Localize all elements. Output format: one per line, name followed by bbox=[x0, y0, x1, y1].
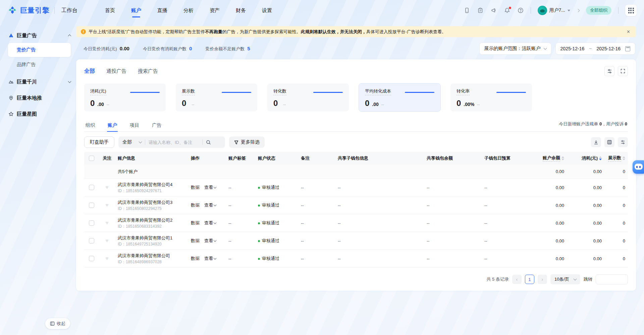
sidebar-group-star[interactable]: 巨量星图 bbox=[8, 107, 71, 121]
nav-account[interactable]: 账户 bbox=[130, 1, 142, 20]
account-tag: -- bbox=[226, 221, 255, 226]
fullscreen-icon[interactable] bbox=[618, 66, 628, 76]
data-link[interactable]: 数据 bbox=[191, 256, 200, 262]
account-name[interactable]: 武汉市青果帅商贸有限公司1 bbox=[118, 235, 185, 241]
row-checkbox[interactable] bbox=[89, 220, 94, 226]
divider bbox=[202, 139, 203, 145]
favorite-heart-icon[interactable]: ♥ bbox=[105, 202, 109, 208]
account-name[interactable]: 武汉市青果帅商贸有限公司4 bbox=[118, 182, 185, 187]
sidebar-collapse-button[interactable]: 收起 bbox=[45, 318, 70, 329]
metric-value: 0 bbox=[90, 99, 95, 108]
megaphone-icon[interactable] bbox=[490, 7, 497, 14]
metric-card-avg-conversion-cost[interactable]: 平均转化成本 0.00-- bbox=[359, 83, 440, 111]
account-name[interactable]: 武汉市青果帅商贸有限公司 bbox=[118, 253, 185, 259]
view-dropdown[interactable]: 查看 bbox=[204, 202, 216, 208]
sort-cost[interactable]: 消耗(元) bbox=[582, 155, 602, 161]
org-badge[interactable]: 全部组织 bbox=[586, 6, 611, 15]
sidebar-group-local[interactable]: 巨量本地推 bbox=[8, 91, 71, 105]
note: -- bbox=[298, 203, 335, 208]
monitor-assistant-button[interactable]: 盯盘助手 bbox=[84, 136, 114, 148]
favorite-heart-icon[interactable]: ♥ bbox=[105, 220, 109, 226]
account-name[interactable]: 武汉市青果帅商贸有限公司3 bbox=[118, 200, 185, 205]
view-dropdown[interactable]: 查看 bbox=[204, 238, 216, 244]
download-icon[interactable] bbox=[591, 137, 601, 147]
more-filters-button[interactable]: 更多筛选 bbox=[229, 136, 265, 148]
search-icon[interactable] bbox=[206, 140, 211, 145]
search-input[interactable] bbox=[149, 140, 199, 145]
data-link[interactable]: 数据 bbox=[191, 238, 200, 244]
account-scope-select[interactable]: 展示的账户范围：活跃账户 bbox=[479, 43, 551, 55]
select-all-checkbox[interactable] bbox=[89, 156, 94, 161]
tab-search-ads[interactable]: 搜索广告 bbox=[138, 68, 158, 74]
metric-card-conversion-rate[interactable]: 转化率 0.00%-- bbox=[450, 83, 532, 111]
metric-card-cost[interactable]: 消耗(元) 0.00-- bbox=[84, 83, 166, 111]
search-type-select[interactable]: 全部 bbox=[122, 139, 142, 145]
columns-icon[interactable] bbox=[604, 137, 614, 147]
metric-card-impressions[interactable]: 展示数 0-- bbox=[176, 83, 257, 111]
next-page-button[interactable]: › bbox=[538, 275, 547, 284]
favorite-heart-icon[interactable]: ♥ bbox=[105, 184, 109, 190]
col-subwallet-daily-budget: 子钱包日预算 bbox=[482, 155, 531, 161]
jump-input[interactable] bbox=[596, 274, 628, 284]
device-icon[interactable] bbox=[464, 7, 470, 14]
date-range-picker[interactable]: 2025-12-16 ~ 2025-12-16 bbox=[555, 43, 635, 55]
shared-subwallet-info: -- bbox=[335, 203, 424, 208]
assistant-mascot[interactable] bbox=[633, 160, 644, 176]
metric-settings-button[interactable] bbox=[604, 66, 614, 76]
nav-finance[interactable]: 财务 bbox=[235, 1, 247, 20]
nav-live[interactable]: 直播 bbox=[157, 1, 168, 20]
sidebar-group-qianchuan[interactable]: 巨量千川 bbox=[8, 75, 71, 89]
favorite-heart-icon[interactable]: ♥ bbox=[105, 238, 109, 244]
nav-analysis[interactable]: 分析 bbox=[183, 1, 194, 20]
prev-page-button[interactable]: ‹ bbox=[512, 275, 522, 284]
account-name[interactable]: 武汉市青果帅商贸有限公司2 bbox=[118, 217, 185, 223]
impressions: 0 bbox=[604, 221, 628, 226]
apps-grid-button[interactable] bbox=[625, 5, 637, 16]
data-link[interactable]: 数据 bbox=[191, 184, 200, 190]
settings-sliders-icon[interactable] bbox=[618, 137, 628, 147]
col-account-balance: 账户余额 bbox=[531, 155, 567, 162]
tab-all[interactable]: 全部 bbox=[84, 68, 95, 75]
nav-assets[interactable]: 资产 bbox=[209, 1, 220, 20]
page-size-select[interactable]: 10条/页 bbox=[550, 274, 580, 284]
tab-projects[interactable]: 项目 bbox=[129, 119, 140, 131]
note: -- bbox=[298, 185, 335, 190]
status-dot bbox=[258, 205, 260, 207]
tab-accounts[interactable]: 账户 bbox=[107, 119, 118, 131]
pagination: 共 5 条记录 ‹ 1 › 10条/页 跳转 bbox=[84, 274, 628, 284]
tab-feed-ads[interactable]: 通投广告 bbox=[106, 68, 126, 74]
stat-value[interactable]: 0 bbox=[189, 46, 192, 51]
help-icon[interactable] bbox=[517, 7, 524, 14]
row-checkbox[interactable] bbox=[89, 238, 94, 243]
view-dropdown[interactable]: 查看 bbox=[204, 220, 216, 226]
bell-icon[interactable] bbox=[504, 7, 511, 14]
sort-balance[interactable]: 账户余额 bbox=[543, 155, 564, 162]
nav-settings[interactable]: 设置 bbox=[261, 1, 273, 20]
metric-label: 展示数 bbox=[182, 88, 195, 95]
sidebar-item-bid-ads[interactable]: 竞价广告 bbox=[8, 43, 71, 57]
sidebar-group-juliang-ad[interactable]: 巨量广告 bbox=[8, 29, 71, 42]
view-dropdown[interactable]: 查看 bbox=[204, 184, 216, 190]
sidebar-item-brand-ads[interactable]: 品牌广告 bbox=[8, 58, 71, 72]
data-link[interactable]: 数据 bbox=[191, 220, 200, 226]
stat-value[interactable]: 5 bbox=[247, 46, 250, 51]
close-icon[interactable]: × bbox=[626, 29, 631, 35]
tab-ads[interactable]: 广告 bbox=[151, 119, 162, 131]
stat-label: 今日竞价消耗(元) bbox=[84, 46, 117, 52]
data-link[interactable]: 数据 bbox=[191, 202, 200, 208]
row-checkbox[interactable] bbox=[89, 185, 94, 190]
view-dropdown[interactable]: 查看 bbox=[204, 256, 216, 262]
user-menu[interactable]: 用户7... bbox=[538, 6, 570, 15]
shared-wallet-balance: -- bbox=[424, 256, 482, 261]
sort-impressions[interactable]: 展示数 bbox=[608, 155, 625, 162]
clipboard-check-icon[interactable] bbox=[477, 7, 484, 14]
current-page[interactable]: 1 bbox=[525, 275, 534, 284]
logo[interactable]: 巨量引擎 工作台 bbox=[8, 6, 77, 15]
favorite-heart-icon[interactable]: ♥ bbox=[105, 256, 109, 262]
tab-organization[interactable]: 组织 bbox=[85, 119, 96, 131]
metric-card-conversions[interactable]: 转化数 0-- bbox=[267, 83, 349, 111]
nav-home[interactable]: 首页 bbox=[104, 1, 116, 20]
table-tools bbox=[591, 137, 628, 147]
row-checkbox[interactable] bbox=[89, 256, 94, 261]
row-checkbox[interactable] bbox=[89, 203, 94, 208]
